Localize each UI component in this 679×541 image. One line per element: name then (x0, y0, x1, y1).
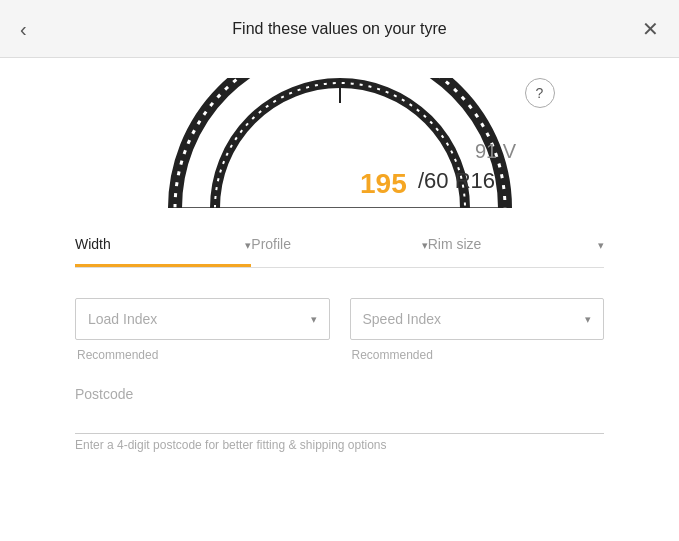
speed-index-label: Speed Index (363, 311, 442, 327)
load-index-label: Load Index (88, 311, 157, 327)
svg-text:/60 R16: /60 R16 (418, 168, 495, 193)
speed-index-arrow-icon: ▾ (585, 313, 591, 326)
svg-text:195: 195 (360, 168, 407, 199)
rim-size-label: Rim size (428, 236, 482, 252)
speed-index-select[interactable]: Speed Index ▾ (350, 298, 605, 340)
tab-dropdowns-row: Width ▾ Profile ▾ Rim size ▾ (75, 228, 604, 268)
svg-text:91 V: 91 V (475, 140, 517, 162)
index-selects-row: Load Index ▾ Speed Index ▾ (75, 298, 604, 340)
tyre-diagram: 195 /60 R16 91 V ? (155, 78, 525, 208)
postcode-label: Postcode (75, 386, 604, 402)
main-content: 195 /60 R16 91 V ? Width ▾ Profile (0, 58, 679, 541)
speed-index-recommended: Recommended (350, 348, 605, 362)
width-label: Width (75, 236, 111, 252)
tab-rim-size[interactable]: Rim size ▾ (428, 228, 604, 267)
load-index-select[interactable]: Load Index ▾ (75, 298, 330, 340)
close-button[interactable]: ✕ (642, 19, 659, 39)
recommended-row: Recommended Recommended (75, 348, 604, 362)
postcode-section: Postcode Enter a 4-digit postcode for be… (75, 386, 604, 452)
modal-wrapper: ‹ Find these values on your tyre ✕ 195 (0, 0, 679, 541)
postcode-hint: Enter a 4-digit postcode for better fitt… (75, 438, 604, 452)
back-button[interactable]: ‹ (20, 19, 27, 39)
load-index-arrow-icon: ▾ (311, 313, 317, 326)
load-index-recommended: Recommended (75, 348, 330, 362)
tab-width[interactable]: Width ▾ (75, 228, 251, 267)
header-title: Find these values on your tyre (232, 20, 446, 38)
rim-size-arrow-icon: ▾ (598, 239, 604, 252)
postcode-input[interactable] (75, 406, 604, 434)
help-button[interactable]: ? (525, 78, 555, 108)
tab-profile[interactable]: Profile ▾ (251, 228, 427, 267)
profile-label: Profile (251, 236, 291, 252)
modal-header: ‹ Find these values on your tyre ✕ (0, 0, 679, 58)
